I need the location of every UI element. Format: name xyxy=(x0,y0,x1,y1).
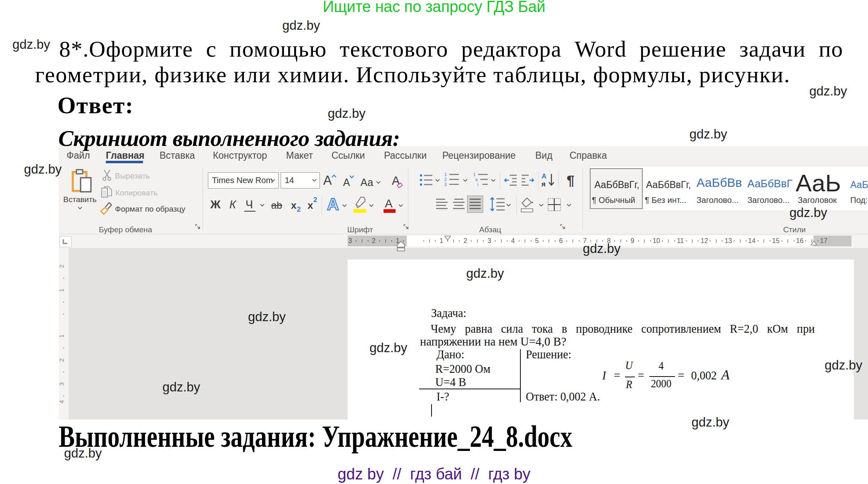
svg-text:2: 2 xyxy=(60,358,65,362)
svg-text:13: 13 xyxy=(725,237,732,244)
svg-text:1: 1 xyxy=(444,172,447,177)
svg-text:i: i xyxy=(477,182,478,187)
svg-text:1: 1 xyxy=(440,237,444,244)
svg-text:14: 14 xyxy=(748,237,756,244)
svg-text:3: 3 xyxy=(444,182,447,187)
svg-text:12: 12 xyxy=(701,237,708,244)
svg-text:17: 17 xyxy=(820,237,827,244)
svg-text:2: 2 xyxy=(444,177,447,182)
svg-text:16: 16 xyxy=(796,237,804,244)
svg-text:4: 4 xyxy=(511,237,515,244)
svg-text:1: 1 xyxy=(60,288,65,292)
svg-text:3: 3 xyxy=(488,237,491,244)
svg-text:11: 11 xyxy=(677,237,684,244)
svg-text:1: 1 xyxy=(473,172,476,177)
svg-text:4: 4 xyxy=(60,400,65,403)
svg-text:2: 2 xyxy=(464,237,467,244)
svg-text:1: 1 xyxy=(60,334,65,338)
svg-text:2: 2 xyxy=(372,237,376,244)
svg-text:a: a xyxy=(475,177,478,182)
svg-text:А: А xyxy=(541,172,546,180)
svg-text:A: A xyxy=(327,196,339,212)
svg-text:10: 10 xyxy=(653,237,660,244)
svg-text:6: 6 xyxy=(559,237,563,244)
svg-text:3: 3 xyxy=(60,382,65,386)
svg-text:3: 3 xyxy=(348,237,352,244)
svg-text:9: 9 xyxy=(631,237,634,244)
svg-text:15: 15 xyxy=(772,237,780,244)
svg-text:5: 5 xyxy=(535,237,539,244)
svg-text:я: я xyxy=(541,180,546,187)
svg-text:2: 2 xyxy=(60,265,65,268)
